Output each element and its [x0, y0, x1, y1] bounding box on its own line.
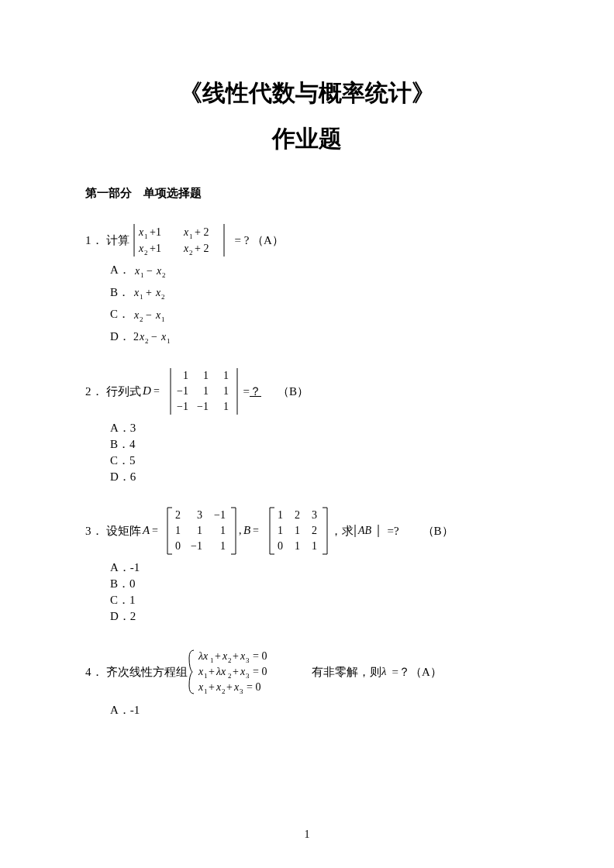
q2-prefix: 行列式 — [106, 384, 141, 399]
svg-text:x: x — [134, 265, 140, 277]
svg-text:1: 1 — [197, 525, 202, 536]
q2-option-b: B．4 — [110, 437, 529, 452]
svg-text:2: 2 — [295, 509, 300, 521]
svg-text:+: + — [226, 681, 233, 693]
svg-text:1: 1 — [175, 525, 181, 536]
page-title: 《线性代数与概率统计》 — [85, 78, 529, 109]
svg-text:3: 3 — [197, 509, 202, 521]
svg-text:1: 1 — [210, 656, 214, 664]
q3-suffix: =? （B） — [388, 524, 454, 539]
svg-text:1: 1 — [295, 525, 300, 536]
svg-text:x: x — [155, 309, 161, 321]
svg-text:λ: λ — [381, 665, 387, 677]
svg-text:−1: −1 — [177, 385, 188, 397]
q1-optC-expr: x 2 − x 1 — [133, 308, 176, 323]
svg-text:+1: +1 — [150, 243, 161, 254]
q2-number: 2． — [85, 384, 103, 399]
svg-text:−: − — [146, 309, 152, 321]
svg-text:1: 1 — [223, 401, 229, 412]
svg-text:2: 2 — [140, 315, 143, 323]
question-1: 1． 计算 x 1 +1 x 1 + 2 x 2 +1 x 2 + 2 = ? … — [85, 222, 529, 345]
q2-d-equals: D = — [141, 384, 166, 399]
q3-comma-b: , B = — [239, 523, 267, 539]
q4-mid: 有非零解，则 — [312, 665, 381, 680]
svg-text:3: 3 — [312, 509, 317, 521]
q2-option-a: A．3 — [110, 421, 529, 436]
q3-number: 3． — [85, 524, 103, 539]
q2-determinant: 1 1 1 −1 1 1 −1 −1 1 — [166, 367, 243, 416]
svg-text:+1: +1 — [150, 226, 161, 238]
svg-text:1: 1 — [161, 315, 165, 323]
svg-text:x: x — [133, 287, 140, 298]
svg-text:=: = — [152, 525, 158, 536]
q3-matrix-b: 1 2 3 1 1 2 0 1 1 — [267, 506, 330, 556]
svg-text:1: 1 — [183, 370, 188, 381]
svg-text:2: 2 — [189, 249, 193, 257]
question-2: 2． 行列式 D = 1 1 1 −1 1 1 −1 −1 1 = — [85, 367, 529, 484]
svg-text:x: x — [160, 331, 167, 343]
svg-text:+ 2: + 2 — [195, 226, 209, 238]
q3-mid: ，求 — [330, 524, 354, 539]
svg-text:= 0: = 0 — [253, 666, 267, 677]
svg-text:3: 3 — [240, 687, 243, 695]
q3-option-b: B．0 — [110, 577, 529, 591]
q2-option-c: C．5 — [110, 453, 529, 468]
q1-option-c: C． x 2 − x 1 — [110, 307, 529, 323]
svg-text:1: 1 — [278, 525, 283, 536]
q3-matrix-a: 2 3 −1 1 1 1 0 −1 1 — [164, 506, 239, 556]
svg-text:3: 3 — [246, 672, 250, 680]
svg-text:= 0: = 0 — [253, 650, 267, 662]
svg-text:D: D — [142, 384, 151, 397]
svg-text:=: = — [253, 525, 259, 536]
svg-text:2: 2 — [175, 509, 181, 521]
svg-text:x: x — [240, 650, 246, 662]
svg-text:1: 1 — [144, 232, 148, 240]
svg-text:+ 2: + 2 — [195, 243, 209, 254]
question-4: 4． 齐次线性方程组 λx 1 + x 2 + x 3 = 0 x 1 + λx… — [85, 646, 529, 718]
svg-text:x: x — [233, 681, 240, 693]
svg-text:2: 2 — [144, 249, 148, 257]
q4-suffix: =？（A） — [392, 665, 442, 680]
svg-text:+: + — [209, 666, 215, 677]
svg-text:2: 2 — [162, 271, 166, 279]
section-heading: 第一部分 单项选择题 — [85, 186, 529, 201]
svg-text:+: + — [215, 650, 221, 662]
svg-text:x: x — [155, 287, 161, 298]
svg-text:x: x — [138, 243, 144, 254]
svg-text:1: 1 — [278, 509, 283, 521]
svg-text:1: 1 — [203, 385, 209, 397]
svg-text:−: − — [147, 265, 153, 277]
q3-a-equals: A = — [141, 523, 164, 539]
svg-text:1: 1 — [295, 540, 300, 552]
svg-text:1: 1 — [220, 525, 226, 536]
svg-text:+: + — [233, 666, 239, 677]
q4-number: 4． — [85, 665, 103, 680]
q2-underline: ？ — [250, 384, 261, 399]
svg-text:λx: λx — [216, 666, 226, 677]
question-3: 3． 设矩阵 A = 2 3 −1 1 1 1 0 −1 1 — [85, 506, 529, 624]
svg-text:1: 1 — [204, 687, 208, 695]
q2-option-d: D．6 — [110, 470, 529, 484]
svg-text:1: 1 — [223, 385, 229, 397]
svg-text:1: 1 — [203, 370, 209, 381]
svg-text:+: + — [209, 681, 215, 693]
svg-text:−1: −1 — [191, 540, 202, 552]
svg-text:3: 3 — [246, 656, 250, 664]
svg-text:2: 2 — [312, 525, 317, 536]
svg-text:x: x — [216, 681, 222, 693]
svg-text:x: x — [133, 309, 140, 321]
svg-text:−1: −1 — [177, 401, 188, 412]
q1-determinant: x 1 +1 x 1 + 2 x 2 +1 x 2 + 2 — [129, 222, 230, 258]
q4-prefix: 齐次线性方程组 — [106, 665, 188, 680]
svg-text:x: x — [198, 666, 204, 677]
svg-text:+: + — [146, 287, 152, 298]
svg-text:x: x — [156, 265, 162, 277]
q4-option-a: A．-1 — [110, 703, 529, 718]
svg-text:1: 1 — [167, 337, 171, 345]
page-number: 1 — [0, 828, 614, 841]
svg-text:2: 2 — [228, 656, 232, 664]
svg-text:1: 1 — [312, 540, 317, 552]
svg-text:1: 1 — [223, 370, 229, 381]
svg-text:,: , — [239, 525, 242, 536]
svg-text:= 0: = 0 — [247, 681, 260, 693]
